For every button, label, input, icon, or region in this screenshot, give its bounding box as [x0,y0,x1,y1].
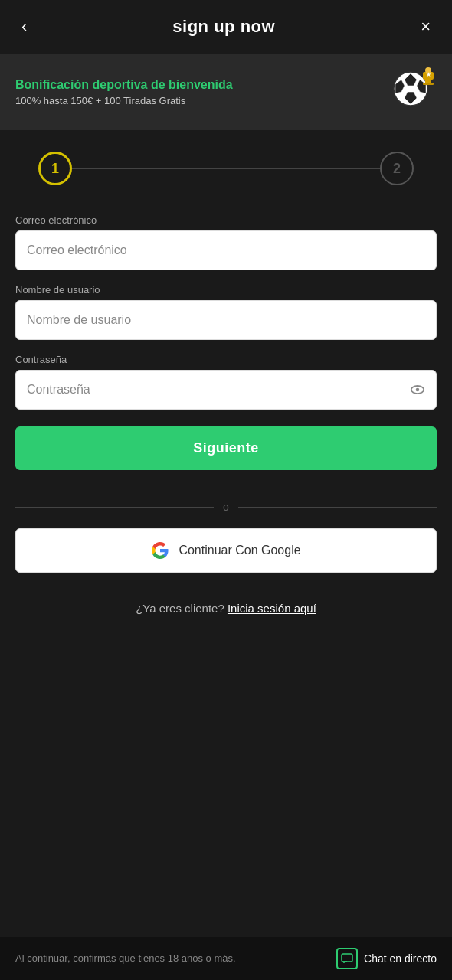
eye-icon [409,381,426,398]
page-title: sign up now [172,17,275,37]
username-label: Nombre de usuario [15,284,437,296]
already-client-text: ¿Ya eres cliente? [136,602,224,615]
footer: Al continuar, confirmas que tienes 18 añ… [0,937,452,980]
svg-text:★: ★ [426,71,431,78]
password-input-wrapper [15,370,437,410]
svg-rect-12 [342,954,352,962]
toggle-password-button[interactable] [409,381,426,398]
footer-legal-text: Al continuar, confirmas que tienes 18 añ… [15,952,236,965]
sports-icon: ★ [388,66,437,112]
google-g-icon [151,541,169,560]
username-input[interactable] [15,300,437,340]
password-group: Contraseña [15,354,437,410]
password-label: Contraseña [15,354,437,365]
chat-label: Chat en directo [364,952,437,965]
step-indicator: 1 2 [0,130,452,207]
divider: o [0,485,452,521]
svg-rect-7 [423,83,434,85]
login-link[interactable]: Inicia sesión aquí [228,602,316,615]
divider-left [15,507,214,508]
email-group: Correo electrónico [15,214,437,270]
step-line [72,168,380,169]
email-input-wrapper [15,230,437,270]
close-button[interactable]: × [414,14,437,40]
banner-text: Bonificación deportiva de bienvenida 100… [15,78,233,106]
email-input[interactable] [15,230,437,270]
header: ‹ sign up now × [0,0,452,54]
signup-form: Correo electrónico Nombre de usuario Con… [0,207,452,485]
banner-title: Bonificación deportiva de bienvenida [15,78,233,92]
divider-right [238,507,437,508]
existing-client-section: ¿Ya eres cliente? Inicia sesión aquí [0,580,452,636]
promo-banner: Bonificación deportiva de bienvenida 100… [0,54,452,130]
email-label: Correo electrónico [15,214,437,226]
google-signin-button[interactable]: Continuar Con Google [15,528,437,573]
svg-point-11 [416,388,420,392]
username-input-wrapper [15,300,437,340]
step-1: 1 [38,152,72,185]
chat-button[interactable]: Chat en directo [336,948,437,969]
chat-icon [336,948,358,969]
divider-text: o [223,501,229,513]
google-button-label: Continuar Con Google [179,544,300,557]
google-btn-container: Continuar Con Google [0,521,452,580]
back-button[interactable]: ‹ [15,14,33,40]
banner-subtitle: 100% hasta 150€ + 100 Tiradas Gratis [15,95,233,106]
username-group: Nombre de usuario [15,284,437,340]
banner-emoji: ★ [388,66,437,118]
submit-button[interactable]: Siguiente [15,426,437,470]
step-2: 2 [380,152,414,185]
password-input[interactable] [15,370,437,410]
